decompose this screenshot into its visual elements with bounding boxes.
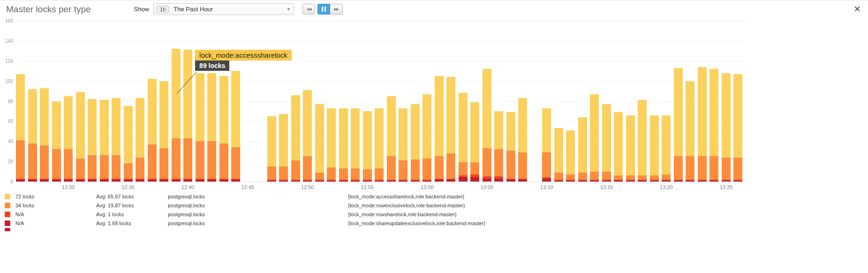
stacked-bar-12:32[interactable] [88, 99, 97, 182]
stacked-bar-12:44[interactable] [231, 71, 240, 182]
stacked-bar-12:34[interactable] [112, 98, 121, 182]
stacked-bar-12:47[interactable] [267, 116, 276, 182]
fast-forward-icon: ▶▶ [334, 8, 339, 11]
stacked-bar-12:38[interactable] [159, 81, 168, 182]
bar-segment-shareupdateexclusivelock [518, 180, 527, 182]
stacked-bar-12:42[interactable] [207, 73, 216, 182]
rewind-button[interactable]: ◀◀ [302, 4, 315, 15]
stacked-bar-13:01[interactable] [435, 76, 444, 182]
stacked-bar-13:19[interactable] [650, 115, 659, 182]
stacked-bar-12:49[interactable] [291, 95, 300, 182]
stacked-bar-12:55[interactable] [363, 111, 372, 182]
stacked-bar-13:17[interactable] [626, 115, 635, 182]
stacked-bar-13:12[interactable] [566, 130, 575, 182]
bar-segment-shareupdateexclusivelock [662, 181, 671, 182]
stacked-bar-12:26[interactable] [16, 74, 25, 182]
bar-segment-accesssharelock [76, 92, 85, 158]
bar-segment-rowexclusivelock [686, 156, 694, 179]
stacked-bar-12:59[interactable] [411, 104, 420, 182]
stacked-bar-13:23[interactable] [698, 67, 707, 182]
stacked-bar-12:54[interactable] [351, 108, 360, 182]
stacked-bar-12:51[interactable] [315, 104, 324, 182]
y-axis-label: 140 [1, 38, 13, 44]
fast-forward-button[interactable]: ▶▶ [330, 4, 343, 15]
timeframe-select[interactable]: 1h The Past Hour ▾ [153, 3, 294, 15]
bar-segment-accesssharelock [459, 93, 468, 162]
stacked-bar-13:18[interactable] [638, 100, 647, 182]
legend-value: N/A [15, 212, 96, 217]
legend-row[interactable]: N/AAvg: 1 lockspostgresql.locks{lock_mod… [0, 210, 868, 219]
legend-row[interactable]: 34 locksAvg: 19.87 lockspostgresql.locks… [0, 201, 868, 210]
legend-row[interactable]: 72 locksAvg: 65.67 lockspostgresql.locks… [0, 192, 868, 201]
stacked-bar-13:21[interactable] [674, 68, 683, 182]
stacked-bar-13:06[interactable] [494, 111, 503, 182]
bar-segment-rowexclusivelock [136, 158, 144, 179]
stacked-bar-12:36[interactable] [136, 98, 144, 182]
stacked-bar-13:14[interactable] [590, 94, 599, 182]
stacked-bar-13:15[interactable] [602, 104, 611, 182]
close-button[interactable]: × [854, 3, 860, 15]
bar-segment-shareupdateexclusivelock [267, 181, 276, 182]
stacked-bar-13:03[interactable] [459, 93, 468, 182]
bar-segment-rowexclusivelock [40, 145, 49, 179]
gridline [16, 21, 746, 21]
stacked-bar-13:24[interactable] [709, 69, 718, 182]
bar-segment-shareupdateexclusivelock [231, 180, 240, 182]
stacked-bar-12:37[interactable] [148, 79, 157, 182]
bar-segment-rowexclusivelock [183, 138, 192, 179]
legend-row[interactable]: N/AAvg: 1.68 lockspostgresql.locks{lock_… [0, 219, 868, 228]
bar-segment-accesssharelock [590, 94, 599, 172]
bar-segment-shareupdateexclusivelock [387, 181, 396, 182]
legend-row-partial [0, 228, 868, 231]
stacked-bar-12:33[interactable] [100, 100, 109, 182]
stacked-bar-12:48[interactable] [279, 114, 288, 182]
stacked-bar-12:50[interactable] [303, 90, 312, 182]
stacked-bar-12:35[interactable] [124, 106, 133, 182]
stacked-bar-12:41[interactable] [196, 73, 204, 182]
bar-segment-rowexclusivelock [494, 149, 503, 176]
stacked-bar-12:57[interactable] [387, 96, 396, 182]
stacked-bar-12:53[interactable] [339, 108, 348, 182]
plot-area [16, 21, 746, 182]
stacked-bar-12:30[interactable] [64, 96, 73, 182]
stacked-bar-12:56[interactable] [375, 108, 384, 182]
bar-segment-accesssharelock [159, 81, 168, 149]
stacked-bar-12:28[interactable] [40, 88, 49, 182]
bar-segment-rowexclusivelock [28, 144, 37, 179]
stacked-bar-12:27[interactable] [28, 89, 37, 182]
bar-segment-rowexclusivelock [219, 144, 228, 179]
stacked-bar-12:40[interactable] [183, 50, 192, 182]
bar-segment-accesssharelock [219, 76, 228, 144]
chart-tooltip: lock_mode:accesssharelock 89 locks [195, 50, 292, 71]
stacked-bar-12:29[interactable] [52, 101, 61, 182]
stacked-bar-13:10[interactable] [542, 108, 551, 182]
bar-segment-accesssharelock [88, 99, 97, 155]
stacked-bar-13:26[interactable] [733, 74, 742, 182]
bar-segment-shareupdateexclusivelock [650, 181, 659, 182]
stacked-bar-13:00[interactable] [423, 94, 431, 182]
stacked-bar-13:07[interactable] [506, 112, 515, 182]
stacked-bar-12:43[interactable] [219, 76, 228, 182]
stacked-bar-13:20[interactable] [662, 115, 671, 182]
stacked-bar-13:05[interactable] [483, 69, 491, 182]
stacked-bar-13:02[interactable] [446, 77, 455, 182]
x-axis-label: 13:00 [421, 184, 434, 190]
stacked-bar-13:13[interactable] [578, 117, 587, 182]
stacked-bar-13:25[interactable] [722, 73, 731, 182]
stacked-bar-13:11[interactable] [554, 128, 563, 182]
stacked-bar-12:39[interactable] [172, 49, 181, 182]
x-axis-label: 13:25 [720, 184, 733, 190]
bar-segment-shareupdateexclusivelock [279, 181, 288, 182]
bar-segment-accesssharelock [423, 94, 431, 159]
stacked-bar-13:16[interactable] [614, 112, 623, 182]
stacked-bar-13:22[interactable] [686, 81, 694, 182]
stacked-bar-12:58[interactable] [399, 108, 408, 182]
stacked-bar-13:04[interactable] [470, 102, 479, 182]
bar-segment-rowexclusivelock [172, 138, 181, 179]
stacked-bar-12:31[interactable] [76, 92, 85, 182]
pause-button[interactable] [317, 4, 330, 15]
y-axis-label: 40 [1, 139, 13, 144]
stacked-bar-12:52[interactable] [327, 108, 336, 182]
bar-segment-shareupdateexclusivelock [566, 181, 575, 182]
stacked-bar-13:08[interactable] [518, 98, 527, 182]
